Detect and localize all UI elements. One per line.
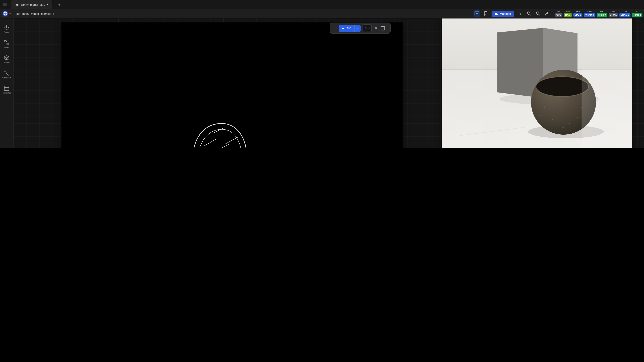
batch-count-box: ▴ ▾ [363,24,372,32]
monitor-vram0[interactable]: 42% VRAM 0 [584,10,595,17]
run-button-group: ▶ Run ▾ [339,24,361,32]
graph-view-toggle-button[interactable] [474,10,480,17]
favorites-button[interactable]: ☆ [516,10,523,17]
cancel-run-button[interactable]: ✕ [374,26,377,30]
chevron-down-icon: ▾ [357,27,358,29]
run-options-button[interactable]: ▾ [354,24,361,32]
templates-icon [4,85,10,91]
workflow-name-menu[interactable]: flux_canny_model_example ▾ [16,12,54,15]
left-sidebar: Queue Nodes Models Workflows [0,18,14,148]
comfyui-logo-button[interactable]: ▾ [2,10,10,17]
stop-icon[interactable] [381,26,385,30]
puzzle-icon [494,12,498,15]
batch-count-input[interactable] [365,26,369,30]
zoom-out-tool-button[interactable] [534,10,541,17]
sidebar-item-queue[interactable]: Queue [4,25,10,33]
unsaved-indicator-dot: • [47,3,48,6]
workflow-name: flux_canny_model_example [16,12,51,15]
comfyui-app: flux_canny_model_ex... • + ▾ flux_canny_… [0,0,644,148]
stepper-down-icon[interactable]: ▾ [370,28,370,30]
bookmark-icon [483,11,488,16]
nodes-icon [4,40,10,45]
new-tab-button[interactable]: + [56,2,62,7]
magnifier-minus-icon [535,11,540,16]
monitor-cpu[interactable]: 5% CPU [555,10,562,17]
close-icon: ✕ [374,26,377,30]
monitor-temp0[interactable]: 40° Temp 0 [597,10,607,17]
render-preview-node[interactable] [442,4,632,148]
sidebar-item-nodes[interactable]: Nodes [4,40,10,48]
run-toolbar: ⋮⋮ ▶ Run ▾ ▴ ▾ ✕ [330,23,390,34]
star-icon: ☆ [518,12,522,15]
app-icon [3,3,7,6]
sidebar-item-templates[interactable]: Templates [2,85,11,94]
chevron-down-icon: ▾ [53,12,54,15]
magnifier-icon [526,11,531,16]
workflows-icon [4,70,10,76]
monitor-vram1[interactable]: 7% VRAM 1 [620,10,630,17]
manager-label: Manager [500,12,511,15]
rendered-scene-image [442,4,632,148]
tab-title: flux_canny_model_ex... [15,3,45,6]
bookmark-button[interactable] [482,10,489,17]
share-button[interactable] [544,10,550,17]
monitor-ram[interactable]: 45% RAM [564,10,572,17]
sidebar-item-workflows[interactable]: Workflows [2,70,11,79]
search-zoom-button[interactable] [526,10,532,17]
run-button[interactable]: ▶ Run [339,24,354,32]
tab-bar: flux_canny_model_ex... • + [0,0,644,9]
queue-history-icon [4,25,10,30]
monitor-temp1[interactable]: 40° Temp 1 [632,10,642,17]
system-monitors: 5% CPU 45% RAM 37% GPU 0 42% VRAM 0 40° [555,10,642,17]
monitor-gpu0[interactable]: 37% GPU 0 [573,10,582,17]
models-box-icon [4,55,10,61]
top-toolbar: ▾ flux_canny_model_example ▾ [0,9,644,18]
sidebar-item-models[interactable]: Models [4,55,10,63]
workflow-tab[interactable]: flux_canny_model_ex... • [11,0,52,9]
play-icon: ▶ [342,27,344,29]
canny-preview-node[interactable]: 1024 × 1024 [62,23,402,148]
comfyui-logo-icon [2,10,8,17]
graph-chart-icon [474,11,479,16]
manager-button[interactable]: Manager [492,10,514,16]
drag-handle-icon[interactable]: ⋮⋮ [333,26,337,30]
batch-count-steppers[interactable]: ▴ ▾ [370,26,370,30]
monitor-gpu1[interactable]: 0% GPU 1 [608,10,618,17]
canny-edge-image [62,23,402,148]
share-arrow-icon [544,11,549,16]
chevron-down-icon: ▾ [10,12,10,15]
toolbar-right: Manager ☆ [474,10,644,17]
toolbar-left: ▾ flux_canny_model_example ▾ [0,10,54,17]
run-label: Run [346,26,351,30]
